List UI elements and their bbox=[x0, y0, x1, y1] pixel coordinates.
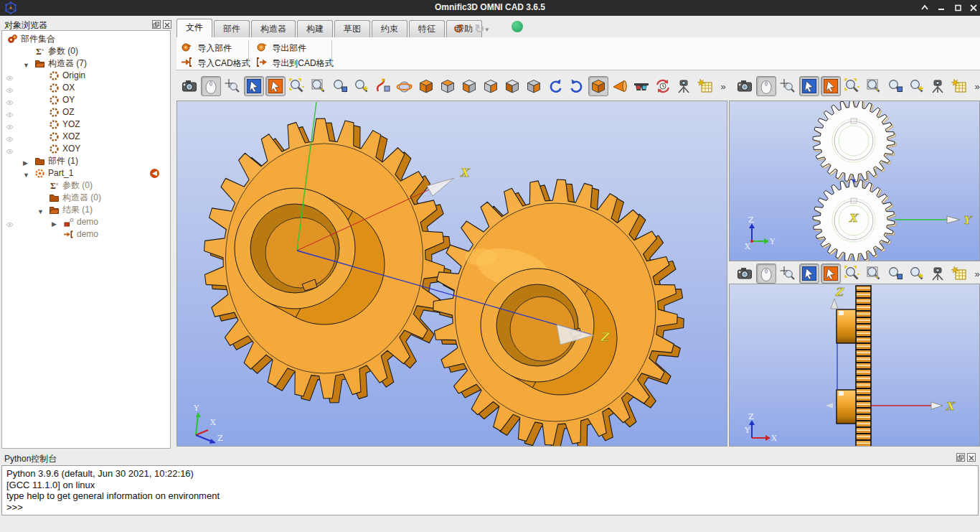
datasheet-button[interactable] bbox=[950, 76, 970, 96]
front-view-viewport[interactable]: Y X ZYX bbox=[729, 101, 980, 261]
tree-item-demo[interactable]: demo bbox=[2, 228, 170, 241]
expander-open[interactable]: ▼ bbox=[23, 60, 30, 67]
more-overflow-button[interactable]: » bbox=[971, 263, 980, 284]
tab-3[interactable]: 构造器 bbox=[251, 20, 296, 37]
tree-item-oz[interactable]: OZ bbox=[2, 106, 170, 118]
tab-5[interactable]: 草图 bbox=[334, 20, 370, 37]
cube-iso-button[interactable] bbox=[588, 76, 608, 96]
zoom-selected-button[interactable] bbox=[885, 263, 905, 284]
mouse-button[interactable] bbox=[201, 76, 221, 96]
tab-6[interactable]: 约束 bbox=[372, 20, 407, 37]
expander-closed[interactable]: ▶ bbox=[52, 218, 59, 225]
camera-tripod-button[interactable] bbox=[928, 263, 948, 284]
zoom-dynamic-button[interactable] bbox=[373, 76, 393, 96]
probe-button[interactable] bbox=[778, 76, 798, 96]
maximize-button[interactable] bbox=[952, 3, 963, 13]
cube-top-button[interactable] bbox=[438, 76, 458, 96]
rotate-cw-button[interactable] bbox=[567, 76, 587, 96]
more-overflow-button[interactable]: » bbox=[971, 76, 980, 96]
tree-item-oy[interactable]: OY bbox=[2, 94, 170, 106]
tree-item-0[interactable]: 构造器 (0) bbox=[2, 192, 170, 204]
undo-dropdown[interactable]: ▾ bbox=[464, 26, 468, 33]
tree-item-yoz[interactable]: YOZ bbox=[2, 118, 170, 131]
console-close-button[interactable] bbox=[967, 453, 976, 462]
cube-right-button[interactable] bbox=[502, 76, 522, 96]
orbit-button[interactable] bbox=[395, 76, 415, 96]
tree-item-7[interactable]: ▼构造器 (7) bbox=[2, 57, 170, 70]
tree-item-1[interactable]: ▶部件 (1) bbox=[2, 155, 170, 167]
tree-item-xoy[interactable]: XOY bbox=[2, 143, 170, 155]
camera-tripod-button[interactable] bbox=[674, 76, 694, 96]
expander-closed[interactable]: ▶ bbox=[23, 157, 30, 164]
zoom-window-button[interactable] bbox=[864, 76, 884, 96]
close-panel-button[interactable] bbox=[163, 20, 171, 29]
zoom-selected-button[interactable] bbox=[330, 76, 350, 96]
minimize-button[interactable] bbox=[936, 3, 947, 13]
tree-item-0[interactable]: Σx参数 (0) bbox=[2, 179, 170, 192]
expander-open[interactable]: ▼ bbox=[23, 169, 30, 177]
cursor-orange-button[interactable] bbox=[821, 76, 841, 96]
cursor-blue-button[interactable] bbox=[799, 263, 819, 284]
camera-button[interactable] bbox=[179, 76, 199, 96]
shade-button[interactable] bbox=[919, 3, 930, 13]
wedge-button[interactable] bbox=[610, 76, 630, 96]
probe-button[interactable] bbox=[778, 263, 798, 284]
tree-item-part_1[interactable]: ▼Part_1◀ bbox=[2, 167, 170, 179]
cursor-blue-button[interactable] bbox=[244, 76, 264, 96]
import-part-button[interactable]: 导入部件 bbox=[181, 41, 232, 54]
tab-1[interactable]: 文件 bbox=[176, 19, 212, 37]
mouse-button[interactable] bbox=[756, 76, 776, 96]
camera-button[interactable] bbox=[735, 263, 755, 284]
tab-7[interactable]: 特征 bbox=[409, 20, 445, 37]
tab-2[interactable]: 部件 bbox=[214, 20, 250, 37]
tree-item-demo[interactable]: ▶demo bbox=[2, 216, 170, 228]
redo-button[interactable]: ↻ bbox=[474, 22, 484, 36]
tree-item-label: Part_1 bbox=[48, 167, 73, 179]
undo-button[interactable]: ↺ bbox=[453, 22, 463, 36]
export-cad-button[interactable]: 导出到CAD格式 bbox=[255, 56, 334, 69]
zoom-in-button[interactable] bbox=[907, 263, 927, 284]
zoom-selected-button[interactable] bbox=[885, 76, 905, 96]
cube-solid-button[interactable] bbox=[416, 76, 436, 96]
python-console-input[interactable]: Python 3.9.6 (default, Jun 30 2021, 10:2… bbox=[1, 465, 979, 515]
tree-item-[interactable]: 部件集合 bbox=[2, 33, 170, 45]
zoom-in-button[interactable] bbox=[352, 76, 372, 96]
rotate-time-button[interactable] bbox=[653, 76, 673, 96]
close-button[interactable] bbox=[968, 3, 979, 13]
expander-open[interactable]: ▼ bbox=[37, 206, 44, 213]
tab-4[interactable]: 构建 bbox=[297, 20, 333, 37]
cursor-blue-button[interactable] bbox=[799, 76, 819, 96]
tree-item-origin[interactable]: Origin bbox=[2, 70, 170, 82]
mouse-button[interactable] bbox=[756, 263, 776, 284]
zoom-window-button[interactable] bbox=[864, 263, 884, 284]
tree-item-ox[interactable]: OX bbox=[2, 82, 170, 94]
more-overflow-button[interactable]: » bbox=[717, 76, 729, 96]
cube-front-button[interactable] bbox=[459, 76, 479, 96]
redo-dropdown[interactable]: ▾ bbox=[485, 26, 489, 33]
side-view-viewport[interactable]: Z X ZXY bbox=[729, 284, 980, 447]
datasheet-button[interactable] bbox=[696, 76, 716, 96]
main-3d-viewport[interactable]: X Z YXZ bbox=[176, 101, 727, 447]
float-panel-button[interactable] bbox=[152, 20, 161, 29]
import-cad-button[interactable]: 导入CAD格式 bbox=[181, 56, 250, 69]
cube-left-button[interactable] bbox=[481, 76, 501, 96]
rotate-ccw-button[interactable] bbox=[545, 76, 565, 96]
camera-button[interactable] bbox=[735, 76, 755, 96]
cursor-orange-button[interactable] bbox=[265, 76, 286, 96]
export-part-button[interactable]: 导出部件 bbox=[255, 41, 306, 54]
zoom-window-button[interactable] bbox=[308, 76, 329, 96]
cursor-orange-button[interactable] bbox=[821, 263, 841, 284]
tree-item-1[interactable]: ▼结果 (1) bbox=[2, 204, 170, 216]
datasheet-button[interactable] bbox=[950, 263, 970, 284]
tree-item-0[interactable]: Σx参数 (0) bbox=[2, 45, 170, 57]
cube-back-button[interactable] bbox=[524, 76, 544, 96]
zoom-fit-button[interactable] bbox=[842, 76, 862, 96]
zoom-in-button[interactable] bbox=[907, 76, 927, 96]
probe-button[interactable] bbox=[222, 76, 242, 96]
console-float-button[interactable] bbox=[956, 453, 965, 462]
camera-tripod-button[interactable] bbox=[928, 76, 948, 96]
tree-item-xoz[interactable]: XOZ bbox=[2, 131, 170, 143]
zoom-fit-button[interactable] bbox=[842, 263, 862, 284]
zoom-fit-button[interactable] bbox=[287, 76, 307, 96]
glasses-3d-button[interactable] bbox=[631, 76, 651, 96]
